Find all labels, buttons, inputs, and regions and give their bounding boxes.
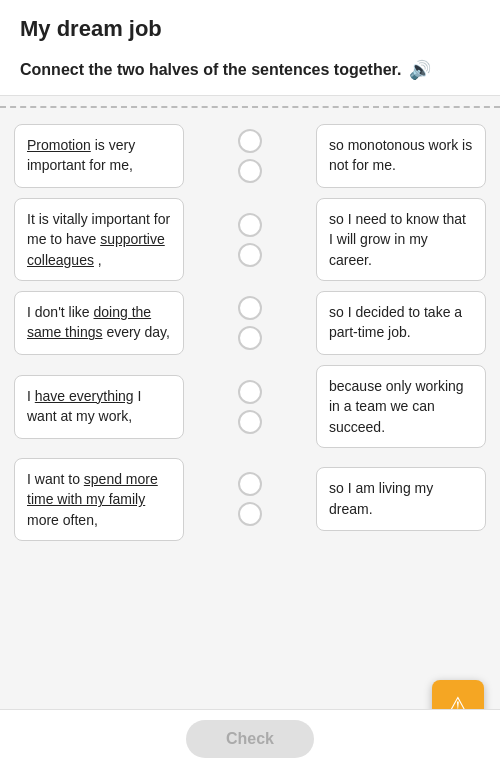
page-title: My dream job [20,16,480,42]
instructions: Connect the two halves of the sentences … [20,58,480,83]
radio-left-4[interactable] [238,380,262,404]
radio-right-5[interactable] [238,502,262,526]
bottom-bar: Check [0,709,500,768]
left-text-5a: I want to [27,471,84,487]
left-box-5: I want to spend more time with my family… [14,458,184,541]
left-box-4: I have everything I want at my work, [14,375,184,439]
radio-right-2[interactable] [238,243,262,267]
radio-right-4[interactable] [238,410,262,434]
radio-left-1[interactable] [238,129,262,153]
radio-right-1[interactable] [238,159,262,183]
left-box-2: It is vitally important for me to have s… [14,198,184,281]
divider [0,106,500,108]
radio-left-3[interactable] [238,296,262,320]
right-text-5: so I am living my dream. [329,480,433,516]
right-box-2: so I need to know that I will grow in my… [316,198,486,281]
instructions-text: Connect the two halves of the sentences … [20,59,401,81]
left-box-3: I don't like doing the same things every… [14,291,184,355]
header: My dream job Connect the two halves of t… [0,0,500,96]
sentence-row: I want to spend more time with my family… [14,458,486,541]
left-text-3a: I don't like [27,304,94,320]
right-box-3: so I decided to take a part-time job. [316,291,486,355]
speaker-icon[interactable]: 🔊 [409,58,431,83]
right-box-4: because only working in a team we can su… [316,365,486,448]
check-button[interactable]: Check [186,720,314,758]
right-text-2: so I need to know that I will grow in my… [329,211,466,268]
sentence-row: Promotion is very important for me, so m… [14,124,486,188]
left-text-2b: , [98,252,102,268]
right-box-1: so monotonous work is not for me. [316,124,486,188]
radio-right-3[interactable] [238,326,262,350]
sentence-row: It is vitally important for me to have s… [14,198,486,281]
radio-group-4 [190,380,310,434]
right-text-1: so monotonous work is not for me. [329,137,472,173]
left-text-4a: I [27,388,35,404]
radio-group-3 [190,296,310,350]
exercise-area: Promotion is very important for me, so m… [0,114,500,631]
right-text-3: so I decided to take a part-time job. [329,304,462,340]
right-box-5: so I am living my dream. [316,467,486,531]
radio-group-5 [190,472,310,526]
underline-text-4: have everything [35,388,134,404]
right-text-4: because only working in a team we can su… [329,378,464,435]
sentence-row: I don't like doing the same things every… [14,291,486,355]
sentence-row: I have everything I want at my work, bec… [14,365,486,448]
radio-group-2 [190,213,310,267]
left-text-5b: more often, [27,512,98,528]
radio-left-5[interactable] [238,472,262,496]
left-text-3b: every day, [106,324,170,340]
radio-group-1 [190,129,310,183]
radio-left-2[interactable] [238,213,262,237]
underline-text-1: Promotion [27,137,91,153]
left-box-1: Promotion is very important for me, [14,124,184,188]
